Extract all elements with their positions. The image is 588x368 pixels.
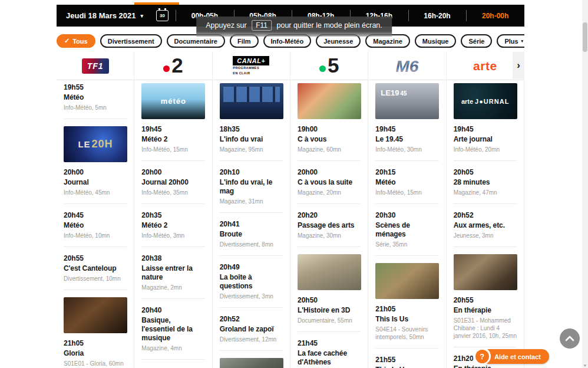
program-item[interactable]: 20h49La boîte à questionsDivertissement,… — [220, 255, 283, 300]
program-meta: Info-Météo, 35mn — [141, 189, 204, 196]
filter-chip-divertissement[interactable]: Divertissement — [100, 34, 162, 48]
help-contact-button[interactable]: ? Aide et contact — [481, 349, 549, 364]
program-item[interactable]: 20h45MétéoInfo-Météo, 10mn — [64, 203, 127, 239]
program-item[interactable]: 21h45La face cachée d'AthènesDocumentair… — [298, 331, 361, 368]
program-item[interactable]: 20h15MétéoInfo-Météo, 15mn — [375, 160, 438, 196]
program-title: L'info du vrai, le mag — [220, 178, 283, 196]
chip-label: Info-Météo — [271, 38, 304, 45]
program-title: Le 19.45 — [375, 135, 438, 144]
program-item[interactable]: 20h0528 minutesMagazine, 47mn — [454, 160, 517, 196]
program-meta: Magazine, 4mn — [141, 344, 204, 352]
program-item[interactable]: 18h35L'info du vraiMagazine, 95mn — [220, 83, 283, 153]
program-meta: Divertissement, 12mn — [220, 336, 283, 343]
program-meta: Info-Météo, 30mn — [375, 146, 438, 153]
program-item[interactable]: 20h44Image du jour : Tournoi des VI Nati… — [141, 359, 204, 368]
filter-chip-tous[interactable]: ✓Tous — [57, 34, 95, 48]
program-meta: Magazine, 30mn — [298, 232, 361, 239]
thumbnail-overlay-text: météo — [161, 97, 186, 106]
program-title: La face cachée d'Athènes — [298, 349, 361, 367]
program-item[interactable]: 21h55This Is UsS04E15 - Carpe Diem, 45mn — [375, 348, 438, 368]
program-item[interactable]: 20h55C'est CanteloupDivertissement, 10mn — [64, 247, 127, 282]
program-item[interactable]: arteJ●URNAL19h45Arte journalInfo-Météo, … — [454, 83, 517, 153]
scrollbar-down-arrow[interactable]: ▼ — [582, 364, 588, 367]
program-item[interactable]: 20h52Aux armes, etc.Jeunesse, 3mn — [454, 203, 517, 239]
program-item[interactable]: 20h00Journal 20h00Info-Météo, 35mn — [141, 160, 204, 196]
channel-header-france5[interactable]: 5 — [290, 52, 368, 80]
program-item[interactable]: météo19h45Météo 2Info-Météo, 15mn — [141, 83, 204, 153]
program-thumbnail[interactable]: LE1945 — [375, 83, 439, 119]
program-meta: Magazine, 20mn — [298, 189, 361, 196]
chevron-right-icon: › — [517, 60, 520, 71]
program-title: This Is Us — [375, 315, 438, 324]
channel-header-m6[interactable]: M6 — [368, 52, 446, 80]
program-thumbnail[interactable] — [64, 297, 127, 333]
program-title: 28 minutes — [454, 178, 517, 187]
program-time: 20h50 — [298, 296, 361, 305]
program-item[interactable]: LE194519h45Le 19.45Info-Météo, 30mn — [375, 83, 438, 153]
next-channels-button[interactable]: › — [513, 52, 524, 79]
channel-logo-canalplus: CANAL+PROGRAMMESEN CLAIR — [233, 56, 269, 75]
program-thumbnail[interactable] — [454, 254, 517, 290]
program-title: Météo 2 — [141, 135, 204, 144]
program-item[interactable]: 21h05This Is UsS04E14 - Souvenirs intemp… — [375, 255, 438, 341]
program-item[interactable]: 20h52Groland le zapoïDivertissement, 12m… — [220, 307, 283, 343]
channel-header-canalplus[interactable]: CANAL+PROGRAMMESEN CLAIR — [213, 52, 290, 80]
program-title: L'info du vrai — [220, 135, 283, 144]
program-item[interactable]: LE20H20h00JournalInfo-Météo, 45mn — [64, 119, 127, 196]
program-thumbnail[interactable] — [298, 83, 361, 119]
program-time: 21h05 — [375, 305, 438, 314]
program-title: Météo 2 — [141, 221, 204, 230]
program-meta: S04E14 - Souvenirs intemporels, 50mn — [375, 326, 438, 341]
program-title: Scènes de ménages — [375, 221, 438, 239]
program-item[interactable]: 20h50L'Histoire en 3DDocumentaire, 55mn — [298, 247, 361, 324]
date-picker[interactable]: Jeudi 18 Mars 2021 ▾ — [57, 5, 149, 27]
filter-chip-série[interactable]: Série — [461, 34, 492, 48]
program-time: 20h45 — [64, 211, 127, 220]
program-item[interactable]: 20h00C à vous la suiteMagazine, 20mn — [298, 160, 361, 196]
canal-wordmark: CANAL+ — [233, 56, 269, 65]
program-thumbnail[interactable] — [220, 83, 283, 119]
program-item[interactable]: 21h05GloriaS01E01 - Gloria, 60mn — [64, 290, 127, 367]
program-time: 20h52 — [220, 315, 283, 324]
program-item[interactable]: -1221h04VikingsS06E11 - Le roi des rois,… — [220, 350, 283, 368]
program-item[interactable]: 20h10L'info du vrai, le magMagazine, 31m… — [220, 160, 283, 205]
filter-chip-musique[interactable]: Musique — [415, 34, 457, 48]
program-item[interactable]: 19h00C à vousMagazine, 60mn — [298, 83, 361, 153]
program-time: 21h55 — [375, 356, 438, 364]
program-thumbnail[interactable]: LE20H — [64, 126, 127, 162]
program-item[interactable]: 20h20Passage des artsMagazine, 30mn — [298, 203, 361, 239]
channel-column-canalplus: 18h35L'info du vraiMagazine, 95mn20h10L'… — [213, 80, 290, 368]
channel-header-tf1[interactable]: TF1 — [57, 52, 134, 80]
program-title: C à vous la suite — [298, 178, 361, 187]
chip-label: Film — [237, 38, 251, 45]
program-item[interactable]: 20h35Météo 2Info-Météo, 3mn — [141, 203, 204, 239]
program-item[interactable]: 20h40Basique, l'essentiel de la musiqueM… — [141, 298, 204, 352]
program-thumbnail[interactable]: arteJ●URNAL — [454, 83, 517, 119]
scrollbar-thumb[interactable] — [583, 22, 587, 52]
program-item[interactable]: 20h41BrouteDivertissement, 8mn — [220, 212, 283, 248]
time-slot-16h-20h[interactable]: 16h-20h — [408, 5, 467, 27]
program-item[interactable]: 20h55En thérapieS01E31 - Mohammed Chiban… — [454, 247, 517, 340]
program-meta: Info-Météo, 20mn — [454, 146, 517, 153]
channel-header-france2[interactable]: 2 — [134, 52, 212, 80]
calendar-button[interactable]: 30 — [149, 5, 176, 27]
chip-label: Tous — [72, 38, 87, 45]
program-item[interactable]: 20h38Laisse entrer la natureMagazine, 2m… — [141, 247, 204, 291]
filter-chip-plus[interactable]: Plus▾ — [497, 34, 524, 48]
time-slot-20h-00h[interactable]: 20h-00h — [466, 5, 524, 27]
scroll-to-top-button[interactable] — [560, 328, 580, 349]
program-thumbnail[interactable] — [375, 263, 439, 299]
program-item[interactable]: 19h55MétéoInfo-Météo, 5mn — [64, 83, 127, 111]
program-meta: Info-Météo, 3mn — [141, 232, 204, 239]
program-title: L'Histoire en 3D — [298, 306, 361, 315]
program-time: 20h00 — [141, 168, 204, 177]
program-meta: Magazine, 60mn — [298, 146, 361, 153]
program-thumbnail[interactable]: -12 — [220, 358, 283, 368]
program-time: 20h30 — [375, 211, 438, 220]
thumbnail-overlay-text: 45 — [400, 90, 407, 97]
program-thumbnail[interactable]: météo — [141, 83, 205, 119]
program-meta: Info-Météo, 5mn — [64, 104, 127, 111]
program-thumbnail[interactable] — [298, 254, 361, 290]
program-item[interactable]: 20h30Scènes de ménagesSérie, 35mn — [375, 203, 438, 248]
program-meta: Documentaire, 55mn — [298, 317, 361, 324]
